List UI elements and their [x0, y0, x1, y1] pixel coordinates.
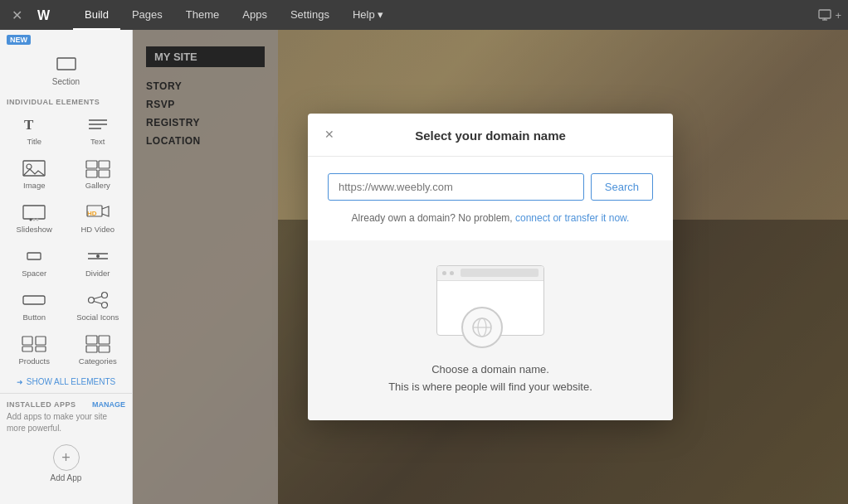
categories-element[interactable]: Categories	[67, 328, 129, 371]
button-icon	[21, 289, 47, 311]
svg-rect-38	[99, 346, 110, 352]
individual-elements-label: Individual Elements	[0, 93, 132, 109]
modal-body: Search Already own a domain? No problem,…	[308, 157, 673, 240]
browser-bar	[437, 266, 543, 281]
add-app-icon: +	[53, 444, 80, 471]
nav-help[interactable]: Help ▾	[341, 0, 395, 30]
svg-rect-31	[22, 337, 32, 345]
close-button[interactable]: ✕	[7, 5, 27, 25]
slideshow-label: Slideshow	[17, 225, 52, 234]
search-row: Search	[328, 173, 653, 201]
categories-label: Categories	[79, 356, 117, 366]
manage-apps-button[interactable]: Manage	[92, 400, 125, 409]
new-badge: NEW	[7, 35, 31, 45]
svg-rect-33	[22, 346, 32, 351]
products-label: Products	[19, 356, 51, 366]
sidebar: NEW Section Individual Elements T Title …	[0, 30, 133, 504]
image-element[interactable]: Image	[3, 153, 66, 195]
modal-overlay: ✕ Select your domain name Search Already…	[133, 30, 848, 504]
globe-illustration	[461, 307, 503, 348]
apps-description: Add apps to make your site more powerful…	[0, 411, 132, 441]
gallery-icon	[85, 158, 111, 179]
gallery-element[interactable]: Gallery	[67, 153, 129, 195]
modal-header: ✕ Select your domain name	[308, 114, 673, 157]
weebly-logo: W	[35, 5, 60, 25]
divider-label: Divider	[85, 269, 110, 278]
text-label: Text	[90, 137, 105, 146]
monitor-button[interactable]: +	[818, 9, 841, 22]
svg-line-29	[94, 297, 102, 299]
elements-grid: T Title Text Image	[0, 109, 132, 371]
modal-domain-description: Choose a domain name.This is where peopl…	[388, 361, 592, 396]
spacer-label: Spacer	[22, 269, 46, 278]
svg-point-10	[27, 164, 32, 169]
products-icon	[21, 333, 47, 355]
svg-rect-1	[819, 10, 831, 18]
nav-build[interactable]: Build	[73, 0, 120, 30]
browser-url-bar	[461, 269, 539, 277]
nav-settings[interactable]: Settings	[279, 0, 341, 30]
social-icons-label: Social Icons	[76, 313, 119, 322]
svg-rect-12	[99, 161, 110, 168]
divider-element[interactable]: Divider	[67, 240, 129, 283]
slideshow-icon	[21, 201, 47, 223]
svg-rect-36	[99, 336, 110, 344]
modal-close-button[interactable]: ✕	[321, 126, 338, 143]
domain-search-input[interactable]	[328, 173, 584, 201]
svg-point-16	[30, 219, 32, 221]
title-icon: T	[21, 114, 47, 135]
add-app-label: Add App	[51, 473, 82, 482]
nav-items: Build Pages Theme Apps Settings Help ▾	[73, 0, 818, 30]
domain-modal: ✕ Select your domain name Search Already…	[308, 114, 673, 421]
svg-rect-14	[99, 170, 110, 177]
svg-point-17	[33, 219, 36, 221]
svg-line-30	[94, 302, 102, 304]
image-icon	[21, 158, 47, 179]
browser-dot-1	[442, 271, 446, 275]
svg-rect-13	[86, 170, 97, 177]
nav-theme[interactable]: Theme	[174, 0, 231, 30]
modal-title: Select your domain name	[415, 128, 566, 143]
nav-apps[interactable]: Apps	[231, 0, 279, 30]
svg-rect-15	[23, 206, 45, 219]
svg-rect-25	[23, 296, 45, 304]
hd-video-element[interactable]: HD HD Video	[67, 196, 129, 239]
svg-point-27	[101, 293, 107, 298]
search-button[interactable]: Search	[591, 173, 653, 201]
svg-point-24	[96, 254, 100, 258]
title-label: Title	[27, 137, 41, 146]
slideshow-element[interactable]: Slideshow	[3, 196, 66, 239]
hd-video-label: HD Video	[81, 225, 115, 234]
connect-transfer-link[interactable]: connect or transfer it now.	[515, 212, 629, 224]
divider-icon	[85, 245, 111, 267]
gallery-label: Gallery	[85, 181, 110, 190]
title-element[interactable]: T Title	[3, 109, 66, 151]
svg-rect-32	[36, 337, 46, 345]
section-label: Section	[52, 77, 80, 86]
button-element[interactable]: Button	[3, 284, 66, 327]
svg-rect-37	[86, 346, 97, 352]
nav-pages[interactable]: Pages	[120, 0, 174, 30]
svg-text:T: T	[24, 117, 34, 133]
text-element[interactable]: Text	[67, 109, 129, 151]
hd-video-icon: HD	[85, 201, 111, 223]
section-element[interactable]: Section	[0, 46, 132, 93]
spacer-element[interactable]: Spacer	[3, 240, 66, 283]
add-app-button[interactable]: + Add App	[0, 441, 132, 486]
image-label: Image	[23, 181, 45, 190]
top-navigation: ✕ W Build Pages Theme Apps Settings Help…	[0, 0, 848, 30]
svg-point-18	[37, 219, 39, 221]
svg-rect-11	[86, 161, 97, 168]
svg-rect-4	[57, 58, 76, 70]
social-icons-icon	[85, 289, 111, 311]
apps-title: Installed Apps	[7, 400, 76, 409]
spacer-icon	[21, 245, 47, 267]
products-element[interactable]: Products	[3, 328, 66, 371]
svg-point-28	[101, 303, 107, 308]
browser-dot-2	[450, 271, 454, 275]
domain-illustration	[432, 265, 548, 348]
show-all-elements[interactable]: ➜ SHOW ALL ELEMENTS	[0, 371, 132, 390]
text-icon	[85, 114, 111, 135]
main-area: NEW Section Individual Elements T Title …	[0, 30, 848, 504]
social-icons-element[interactable]: Social Icons	[67, 284, 129, 327]
